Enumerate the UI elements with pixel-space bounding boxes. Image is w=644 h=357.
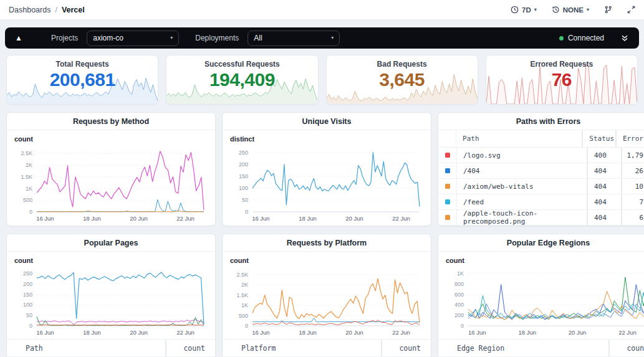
series-swatch <box>445 199 450 204</box>
svg-text:1K: 1K <box>241 302 248 308</box>
table-row[interactable]: /axiom/web-vitals 404 10 <box>438 179 644 194</box>
svg-text:20 Jun: 20 Jun <box>130 215 148 222</box>
svg-text:0: 0 <box>461 323 464 329</box>
cell-path: /404 <box>457 167 587 175</box>
svg-text:20 Jun: 20 Jun <box>345 215 363 222</box>
svg-text:22 Jun: 22 Jun <box>392 215 410 222</box>
svg-text:100: 100 <box>239 185 248 191</box>
svg-text:2.5K: 2.5K <box>21 150 32 156</box>
table-row[interactable]: /feed 404 7 <box>438 194 644 210</box>
panel-title: Paths with Errors <box>438 113 644 130</box>
y-axis-metric-label: distinct <box>230 135 254 143</box>
column-header-status: Status <box>582 130 615 147</box>
svg-text:500: 500 <box>23 197 32 203</box>
caret-down-icon: ▾ <box>534 7 537 12</box>
stat-title: Bad Requests <box>327 60 478 69</box>
connection-status: Connected <box>559 34 604 42</box>
table-header-row: Path count <box>7 339 215 356</box>
svg-text:200: 200 <box>23 281 32 287</box>
stat-value: 76 <box>486 69 637 90</box>
stat-card-total-requests[interactable]: Total Requests 200,681 <box>6 55 158 105</box>
fork-icon <box>604 6 612 14</box>
series-swatch <box>445 168 450 173</box>
compare-against-button[interactable]: NONE ▾ <box>552 6 589 14</box>
fullscreen-button[interactable] <box>627 6 635 14</box>
svg-text:500: 500 <box>239 313 248 319</box>
column-header-count: count <box>608 340 644 356</box>
stat-card-successful-requests[interactable]: Successful Requests 194,409 <box>166 55 318 105</box>
collapse-bar-button[interactable] <box>620 34 629 42</box>
series-swatch <box>445 153 450 158</box>
vercel-filter-bar: ▲ Projects axiom-co ▾ Deployments All ▾ … <box>5 27 639 49</box>
svg-text:1K: 1K <box>457 270 464 277</box>
time-range-button[interactable]: 7D ▾ <box>511 6 537 14</box>
svg-text:250: 250 <box>23 270 32 277</box>
svg-text:800: 800 <box>454 281 464 287</box>
cell-path: /apple-touch-icon-precomposed.png <box>457 209 587 226</box>
svg-text:20 Jun: 20 Jun <box>569 329 587 336</box>
svg-text:18 Jun: 18 Jun <box>299 215 317 222</box>
breadcrumb: Dashboards / Vercel <box>9 6 85 14</box>
deployments-select[interactable]: All ▾ <box>248 31 340 46</box>
charts-row-2: Popular Pages count 05010015020025016 Ju… <box>6 234 644 357</box>
popular-edge-regions-chart: 02004006008001K16 Jun18 Jun20 Jun22 Jun <box>443 268 644 338</box>
y-axis-metric-label: count <box>446 257 464 264</box>
cell-status: 404 <box>587 194 621 209</box>
stat-title: Total Requests <box>7 60 158 69</box>
table-row[interactable]: /apple-touch-icon-precomposed.png 404 6 <box>438 210 644 226</box>
column-header-count: count <box>381 340 431 356</box>
svg-text:600: 600 <box>454 292 464 298</box>
stat-card-errored-requests[interactable]: Errored Requests 76 <box>486 55 638 105</box>
requests-by-platform-chart: 05001K1.5K2K2.5K16 Jun18 Jun20 Jun22 Jun <box>228 268 423 338</box>
series-swatch <box>445 184 450 189</box>
table-header-row: Platform count <box>223 339 431 356</box>
svg-text:50: 50 <box>242 197 248 203</box>
projects-select[interactable]: axiom-co ▾ <box>87 31 179 46</box>
paths-with-errors-table: Path Status Error /logo.svg 400 1,79 /40… <box>438 130 644 226</box>
svg-text:16 Jun: 16 Jun <box>468 329 486 336</box>
svg-text:1K: 1K <box>26 186 32 192</box>
panel-title: Popular Pages <box>7 234 215 252</box>
breadcrumb-dashboards[interactable]: Dashboards <box>9 6 50 14</box>
cell-status: 404 <box>587 179 621 194</box>
breadcrumb-separator: / <box>55 6 57 14</box>
stat-value: 194,409 <box>166 69 317 90</box>
chevron-double-down-icon <box>620 34 629 42</box>
svg-text:200: 200 <box>239 161 248 168</box>
deployments-select-value: All <box>254 34 262 42</box>
stat-card-bad-requests[interactable]: Bad Requests 3,645 <box>326 55 478 105</box>
table-row[interactable]: /logo.svg 400 1,79 <box>438 148 644 163</box>
svg-text:16 Jun: 16 Jun <box>36 329 54 336</box>
fork-dashboard-button[interactable] <box>604 6 612 14</box>
svg-text:18 Jun: 18 Jun <box>83 215 101 222</box>
stat-title: Successful Requests <box>166 60 317 69</box>
panel-title: Requests by Platform <box>223 234 431 252</box>
cell-path: /axiom/web-vitals <box>457 183 587 191</box>
panel-popular-pages: Popular Pages count 05010015020025016 Ju… <box>6 234 216 357</box>
table-row[interactable]: /404 404 26 <box>438 163 644 179</box>
connected-dot-icon <box>559 36 564 40</box>
svg-text:100: 100 <box>23 302 32 308</box>
column-header-path: Path <box>456 135 582 143</box>
column-header-platform: Platform <box>223 344 381 353</box>
panel-requests-by-platform: Requests by Platform count 05001K1.5K2K2… <box>222 234 431 357</box>
svg-text:0: 0 <box>29 209 32 215</box>
svg-text:16 Jun: 16 Jun <box>36 215 54 222</box>
y-axis-metric-label: count <box>14 257 33 264</box>
column-header-edge-region: Edge Region <box>438 344 608 353</box>
connection-status-label: Connected <box>568 34 604 42</box>
compare-value: NONE <box>563 6 584 14</box>
y-axis-metric-label: count <box>14 135 33 143</box>
svg-text:22 Jun: 22 Jun <box>618 329 637 336</box>
svg-text:150: 150 <box>239 173 248 179</box>
top-header: Dashboards / Vercel 7D ▾ NONE ▾ <box>0 0 644 20</box>
panel-unique-visits: Unique Visits distinct 05010015020025016… <box>222 112 431 226</box>
caret-down-icon: ▾ <box>170 36 173 40</box>
svg-text:1.5K: 1.5K <box>21 174 32 180</box>
panel-paths-with-errors: Paths with Errors Path Status Error /log… <box>438 112 644 226</box>
cell-status: 400 <box>587 148 621 163</box>
projects-select-value: axiom-co <box>93 34 123 42</box>
column-header-path: Path <box>7 344 165 353</box>
cell-errors: 6 <box>621 210 644 225</box>
svg-text:18 Jun: 18 Jun <box>83 329 101 336</box>
